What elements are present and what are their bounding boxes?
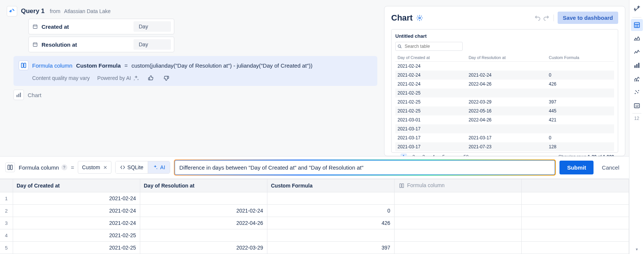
table-row[interactable]: 52021-02-252022-03-29397 bbox=[0, 242, 629, 254]
mini-table-row[interactable]: 2021-03-012022-04-26421 bbox=[395, 115, 614, 124]
svg-rect-14 bbox=[634, 65, 635, 68]
mini-table-row[interactable]: 2021-02-242021-02-240 bbox=[395, 71, 614, 80]
mini-table-row[interactable]: 2021-03-17 bbox=[395, 124, 614, 133]
formula-step-name: Custom Formula bbox=[76, 62, 121, 69]
search-table-input[interactable] bbox=[395, 42, 463, 51]
svg-rect-1 bbox=[33, 43, 37, 47]
agg-chip-day[interactable]: Day bbox=[134, 21, 171, 32]
source-icon bbox=[7, 6, 17, 16]
table-row[interactable]: 22021-02-242021-02-240 bbox=[0, 205, 629, 217]
chart-step-placeholder[interactable]: Chart bbox=[13, 90, 378, 100]
right-rail: 12 12 ▾ bbox=[629, 0, 644, 254]
svg-point-21 bbox=[636, 91, 637, 92]
bar-chart-icon bbox=[13, 90, 24, 100]
chart-panel: Chart Save to dashboard Untit bbox=[384, 6, 625, 156]
powered-by-ai-label: Powered by AI bbox=[97, 75, 131, 81]
equals-label: = bbox=[71, 164, 74, 171]
svg-text:12: 12 bbox=[635, 104, 638, 108]
calendar-icon bbox=[32, 41, 39, 48]
svg-rect-9 bbox=[8, 165, 10, 170]
gear-icon[interactable] bbox=[416, 15, 423, 21]
data-grid[interactable]: Day of Created at Day of Resolution at C… bbox=[0, 179, 629, 254]
formula-input[interactable] bbox=[175, 160, 555, 175]
area-chart-icon[interactable] bbox=[631, 32, 643, 44]
grid-col-placeholder[interactable]: Formula column bbox=[394, 179, 521, 192]
query-source[interactable]: Atlassian Data Lake bbox=[64, 8, 111, 14]
query-title[interactable]: Query 1 bbox=[21, 7, 45, 15]
mini-table-row[interactable]: 2021-03-172021-03-170 bbox=[395, 133, 614, 142]
formula-step-label[interactable]: Formula column bbox=[32, 62, 73, 69]
field-row-created[interactable]: Created at Day bbox=[28, 19, 174, 34]
formula-name-chip[interactable]: Custom ✕ bbox=[78, 161, 111, 174]
table-row[interactable]: 12021-02-24 bbox=[0, 192, 629, 205]
chart-inner-title[interactable]: Untitled chart bbox=[395, 33, 614, 39]
formula-step-warning: Content quality may vary bbox=[32, 75, 90, 81]
help-icon[interactable]: ? bbox=[61, 164, 67, 170]
mini-table-row[interactable]: 2021-02-252022-05-16445 bbox=[395, 106, 614, 115]
query-builder: Query 1 from Atlassian Data Lake Created… bbox=[7, 6, 378, 156]
formula-step: Formula column Custom Formula = custom(j… bbox=[13, 56, 377, 86]
clear-name-icon[interactable]: ✕ bbox=[103, 165, 107, 170]
svg-point-8 bbox=[398, 45, 401, 47]
rownum-header bbox=[0, 179, 13, 192]
search-icon bbox=[398, 44, 402, 49]
svg-rect-18 bbox=[636, 80, 637, 81]
svg-rect-4 bbox=[16, 95, 18, 97]
mode-ai-button[interactable]: AI bbox=[148, 161, 169, 173]
magic-wand-icon[interactable] bbox=[631, 3, 643, 15]
number-tile-icon[interactable]: 12 bbox=[631, 100, 643, 112]
grid-col-custom[interactable]: Custom Formula bbox=[267, 179, 394, 192]
table-row[interactable]: 32021-02-242022-04-26426 bbox=[0, 217, 629, 229]
svg-rect-3 bbox=[24, 63, 26, 68]
rail-count: 12 bbox=[634, 116, 639, 121]
mini-table-header[interactable]: Day of Resolution at bbox=[466, 54, 547, 62]
formula-column-icon[interactable] bbox=[5, 162, 15, 172]
query-from-word: from bbox=[50, 8, 60, 14]
field-row-resolution[interactable]: Resolution at Day bbox=[28, 37, 174, 52]
mini-table-row[interactable]: 2021-02-24 bbox=[395, 62, 614, 71]
svg-point-23 bbox=[638, 90, 639, 91]
mini-table-header[interactable]: Day of Created at bbox=[395, 54, 466, 62]
combo-chart-icon[interactable] bbox=[631, 73, 643, 85]
mini-table-row[interactable]: 2021-02-242022-04-26426 bbox=[395, 80, 614, 89]
mode-sqlite-button[interactable]: SQLite bbox=[116, 161, 148, 173]
redo-icon[interactable] bbox=[543, 15, 550, 21]
mini-table-row[interactable]: 2021-03-172021-07-23128 bbox=[395, 142, 614, 151]
svg-point-22 bbox=[637, 92, 638, 93]
mini-table-row[interactable]: 2021-02-25 bbox=[395, 89, 614, 97]
formula-step-icon bbox=[19, 61, 28, 70]
formula-bar-label: Formula column ? bbox=[19, 164, 67, 171]
svg-rect-6 bbox=[20, 93, 21, 97]
formula-bar: Formula column ? = Custom ✕ SQLite AI bbox=[0, 156, 629, 179]
thumbs-up-button[interactable] bbox=[147, 74, 155, 82]
agg-chip-day[interactable]: Day bbox=[134, 39, 171, 50]
scatter-chart-icon[interactable] bbox=[631, 86, 643, 98]
grid-col-empty bbox=[521, 179, 629, 192]
svg-point-7 bbox=[419, 17, 421, 19]
svg-point-20 bbox=[635, 93, 636, 94]
save-to-dashboard-button[interactable]: Save to dashboard bbox=[558, 12, 618, 24]
submit-button[interactable]: Submit bbox=[559, 161, 594, 174]
formula-column-icon bbox=[398, 182, 405, 189]
undo-icon[interactable] bbox=[534, 15, 541, 21]
formula-name-text: Custom bbox=[82, 164, 100, 170]
bar-chart-icon[interactable] bbox=[631, 59, 643, 71]
table-row[interactable]: 42021-02-25 bbox=[0, 229, 629, 242]
mini-table-header[interactable]: Custom Formula bbox=[547, 54, 614, 62]
mini-table-row[interactable]: 2021-02-252022-03-29397 bbox=[395, 97, 614, 106]
grid-col-created[interactable]: Day of Created at bbox=[13, 179, 140, 192]
svg-rect-5 bbox=[18, 94, 19, 97]
svg-rect-11 bbox=[399, 184, 401, 188]
grid-col-resolution[interactable]: Day of Resolution at bbox=[140, 179, 267, 192]
formula-step-expression: custom(julianday("Day of Resolution at")… bbox=[132, 62, 313, 69]
svg-rect-13 bbox=[634, 22, 640, 28]
cancel-button[interactable]: Cancel bbox=[597, 161, 624, 174]
thumbs-down-button[interactable] bbox=[162, 74, 171, 82]
svg-rect-0 bbox=[33, 25, 37, 29]
expand-rail-icon[interactable]: ▾ bbox=[636, 247, 638, 252]
calendar-icon bbox=[32, 23, 39, 30]
field-label: Resolution at bbox=[42, 41, 77, 48]
line-chart-icon[interactable] bbox=[631, 46, 643, 58]
chart-step-label: Chart bbox=[28, 92, 42, 98]
table-chart-icon[interactable] bbox=[631, 19, 643, 31]
